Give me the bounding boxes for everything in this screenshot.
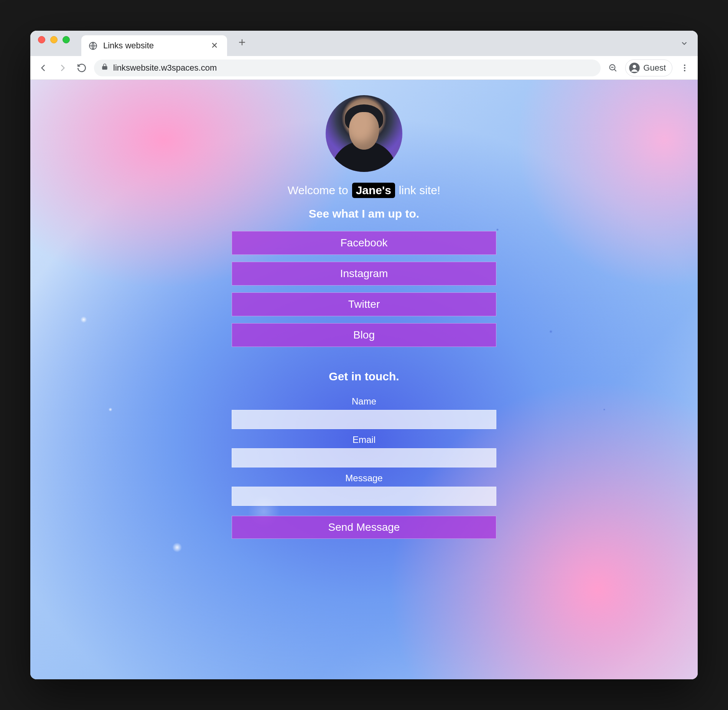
link-label: Facebook: [341, 237, 388, 249]
link-facebook[interactable]: Facebook: [232, 231, 496, 255]
kebab-menu-button[interactable]: [678, 61, 692, 75]
link-label: Twitter: [348, 298, 380, 310]
link-label: Instagram: [340, 267, 388, 280]
link-label: Blog: [353, 329, 375, 341]
svg-point-4: [684, 64, 685, 66]
avatar: [326, 95, 402, 172]
back-button[interactable]: [36, 61, 50, 75]
tab-title: Links website: [103, 41, 203, 51]
zoom-button[interactable]: [606, 61, 620, 75]
message-label: Message: [345, 473, 382, 484]
reload-button[interactable]: [75, 61, 89, 75]
link-blog[interactable]: Blog: [232, 323, 496, 347]
welcome-after: link site!: [399, 184, 440, 197]
contact-heading: Get in touch.: [329, 370, 399, 383]
email-label: Email: [352, 434, 376, 445]
message-input[interactable]: [232, 487, 496, 506]
close-window-button[interactable]: [38, 36, 45, 43]
send-label: Send Message: [328, 521, 400, 533]
minimize-window-button[interactable]: [50, 36, 58, 43]
svg-point-3: [633, 64, 636, 68]
new-tab-button[interactable]: ＋: [232, 33, 252, 51]
address-bar[interactable]: linkswebsite.w3spaces.com: [94, 59, 601, 76]
profile-button[interactable]: Guest: [625, 59, 672, 76]
page-content: Welcome to Jane's link site! See what I …: [30, 80, 698, 539]
welcome-name: Jane's: [352, 183, 395, 198]
email-input[interactable]: [232, 448, 496, 467]
name-input[interactable]: [232, 410, 496, 429]
browser-toolbar: linkswebsite.w3spaces.com Guest: [30, 56, 698, 80]
title-bar: Links website ✕ ＋: [30, 31, 698, 56]
page-viewport: Welcome to Jane's link site! See what I …: [30, 80, 698, 679]
window-controls: [38, 31, 70, 56]
svg-point-6: [684, 70, 685, 71]
link-instagram[interactable]: Instagram: [232, 262, 496, 286]
welcome-heading: Welcome to Jane's link site!: [288, 183, 440, 198]
svg-point-5: [684, 67, 685, 69]
subtitle: See what I am up to.: [309, 207, 419, 220]
url-text: linkswebsite.w3spaces.com: [113, 63, 217, 73]
profile-label: Guest: [643, 63, 666, 73]
globe-icon: [88, 41, 98, 51]
name-label: Name: [352, 396, 376, 407]
contact-form: Name Email Message Send Message: [232, 391, 496, 539]
person-icon: [629, 62, 640, 74]
close-tab-button[interactable]: ✕: [209, 40, 220, 51]
browser-tab[interactable]: Links website ✕: [81, 35, 227, 56]
lock-icon: [101, 63, 109, 73]
browser-window: Links website ✕ ＋: [30, 31, 698, 679]
tabs-dropdown-button[interactable]: [680, 39, 688, 50]
send-message-button[interactable]: Send Message: [232, 516, 496, 539]
maximize-window-button[interactable]: [63, 36, 70, 43]
link-twitter[interactable]: Twitter: [232, 292, 496, 316]
forward-button[interactable]: [56, 61, 69, 75]
links-list: Facebook Instagram Twitter Blog: [232, 231, 496, 347]
welcome-before: Welcome to: [288, 184, 348, 197]
